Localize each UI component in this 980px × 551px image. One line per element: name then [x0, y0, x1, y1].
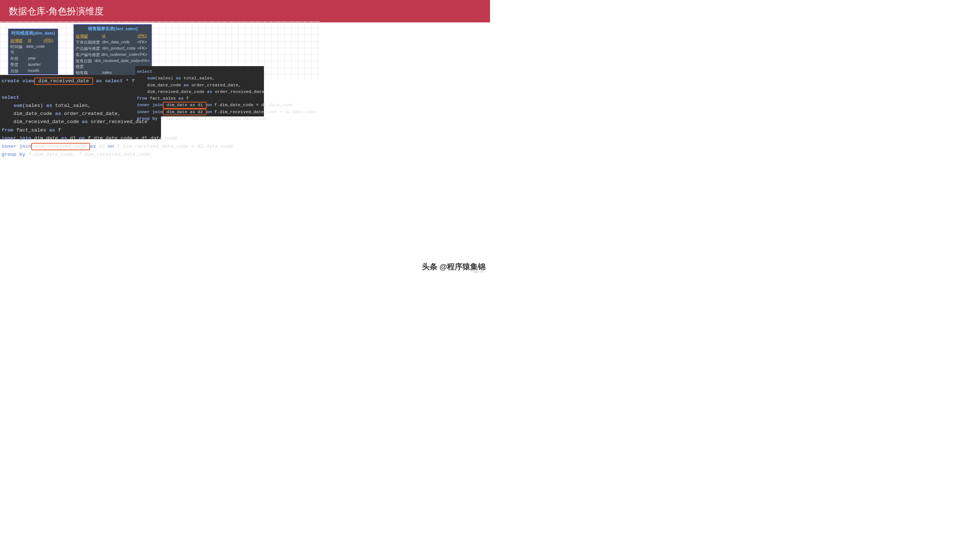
table-row: 自增键id<PK>: [8, 38, 58, 44]
fact-table-title: 销售额事实表[fact_sales]: [74, 25, 151, 33]
table-row: 产品编号维度dim_product_code<FK>: [74, 46, 151, 52]
table-row: 下单日期维度dim_date_code<FK>: [74, 39, 151, 46]
page-number: Page 39: [471, 270, 484, 273]
table-row: 季度quarter: [8, 62, 58, 68]
slide-title: 数据仓库-角色扮演维度: [9, 6, 103, 16]
slide-header: 数据仓库-角色扮演维度: [0, 0, 490, 22]
table-row: 月份month: [8, 68, 58, 74]
table-row: 时间编号date_code: [8, 44, 58, 56]
table-row: 客户编号维度dim_customer_code<FK>: [74, 52, 151, 58]
dim-table-title: 时间维度表[dim_date]: [8, 29, 58, 38]
dim-rows: 自增键id<PK>时间编号date_code年份year季度quarter月份m…: [8, 38, 58, 74]
sql-code-right: select sum(sales) as total_sales, dim_da…: [135, 66, 264, 116]
dim-date-table: 时间维度表[dim_date] 自增键id<PK>时间编号date_code年份…: [8, 29, 58, 75]
table-row: 自增键id<PK>: [74, 33, 151, 39]
table-row: 年份year: [8, 56, 58, 62]
